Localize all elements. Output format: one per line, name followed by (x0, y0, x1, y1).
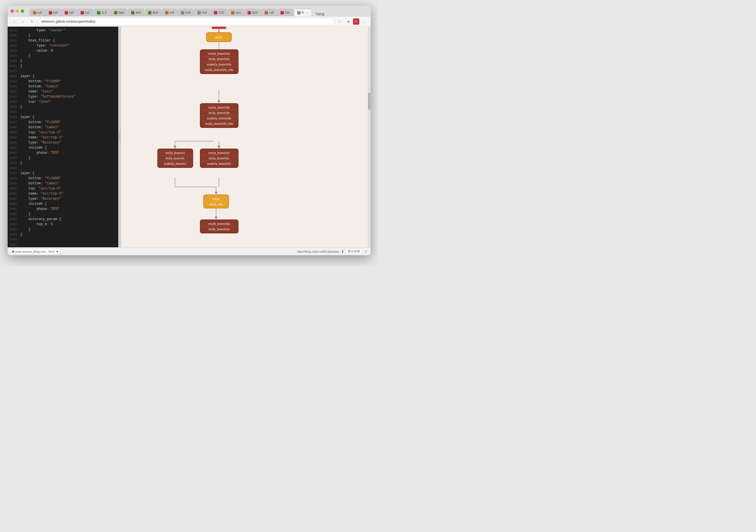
tab-cross[interactable]: 交叉 (94, 9, 110, 16)
code-line: 2649 bottom: "label" (8, 181, 118, 186)
node-bn2a-branch2a-label: bn2a_branch2a (201, 56, 238, 62)
node-res2a-branch2b-relu-label: res2a_branch2b_relu (201, 121, 238, 126)
tab-how[interactable]: 如何 (244, 9, 261, 16)
divider-handle (119, 133, 120, 141)
more-icon[interactable]: C (353, 18, 359, 25)
node-res2b-branch2a-label: res2b_branch2a (201, 221, 238, 226)
connections-svg (121, 27, 371, 247)
bottom-tab[interactable]: view-source_blog.csd....html ▼ (10, 249, 61, 254)
bottom-url: http://blog.csdn.net/Eclipseasy (297, 250, 339, 253)
bottom-close-button[interactable]: × (364, 249, 368, 254)
code-line: 2637 bottom: "fc1000" (8, 120, 118, 125)
tab-soft5[interactable]: Soft (194, 9, 210, 16)
scrollbar-thumb[interactable] (368, 93, 370, 110)
tab-icon (297, 11, 301, 14)
download-icon: ⬇ (341, 250, 344, 253)
node-res2a-branch2b-label: res2a_branch2b (201, 105, 238, 110)
tab-conv[interactable]: 卷积 (145, 9, 161, 16)
code-line: 2621 bias_filler { (8, 38, 118, 43)
refresh-button[interactable]: ↻ (29, 18, 36, 25)
code-line: 2655 } (8, 212, 118, 217)
tab-icon (281, 11, 284, 14)
tab-neural[interactable]: 神经 (128, 9, 144, 16)
panel-divider[interactable] (118, 27, 121, 247)
tab-csd[interactable]: CSD (211, 9, 228, 16)
user-profile[interactable]: Yang (315, 12, 324, 16)
tab-icon (231, 11, 234, 14)
node-group-res2a-branch1[interactable]: res2a_branch1 bn2a_branch1 scale2a_branc… (157, 148, 193, 168)
node-res2a-branch2a-relu-label: res2a_branch2a_relu (201, 67, 238, 72)
svg-marker-13 (215, 192, 218, 195)
code-line: 2651 name: "acc/top-5" (8, 191, 118, 196)
code-line: 2642 include { (8, 145, 118, 150)
scrollbar[interactable] (368, 27, 371, 247)
tabs-bar: soft soft caff cs2: 交叉 我的 (27, 6, 368, 16)
tab-icon (97, 11, 100, 14)
code-line: 2620 } (8, 33, 118, 38)
back-button[interactable]: ‹ (11, 18, 18, 25)
maximize-button[interactable] (21, 9, 24, 13)
code-line: 2633 top: "loss" (8, 99, 118, 104)
nav-icons: ☆ ◀ C ⋮ (336, 18, 368, 25)
display-button[interactable]: 显示全部 (345, 249, 363, 254)
minimize-button[interactable] (15, 9, 19, 13)
nav-bar: ‹ › ↻ ethereon.github.io/netscope/#/edit… (8, 16, 371, 27)
close-button[interactable] (11, 9, 14, 13)
node-res2a-label: res2a (204, 196, 228, 201)
tab-caff[interactable]: caff (62, 9, 77, 16)
bottom-dot (12, 251, 14, 253)
tab-caff2[interactable]: caff (261, 9, 277, 16)
svg-marker-8 (174, 146, 176, 148)
code-panel: 2619 type: "xavier" 2620 } 2621 bias_fil… (8, 27, 118, 247)
tab-soft2[interactable]: soft (46, 9, 61, 16)
node-group-res2b-branch2a[interactable]: res2b_branch2a bn2b_branch2a (200, 220, 238, 233)
code-line: 2632 type: "SoftmaxWithLoss" (8, 94, 118, 99)
tab-n-active[interactable]: N × (294, 9, 312, 16)
node-res2a-branch2c-label: res2a_branch2c (201, 150, 238, 156)
tab-icon (114, 11, 118, 14)
code-line: 2629 bottom: "fc1000" (8, 79, 118, 84)
code-line: 2634 } (8, 104, 118, 110)
tab-icon (33, 11, 36, 14)
menu-icon[interactable]: ⋮ (361, 18, 368, 25)
code-line: 2639 top: "acc/top-1" (8, 130, 118, 135)
code-line: 2643 phase: TEST (8, 150, 118, 155)
tab-soft3[interactable]: soft (162, 9, 177, 16)
extension-icon[interactable]: ◀ (344, 18, 352, 25)
tab-goo[interactable]: 'goo (228, 9, 244, 16)
graph-panel: pool1 res2a_branch2a bn2a_branch2a scale… (121, 27, 371, 247)
address-bar[interactable]: ethereon.github.io/netscope/#/editor (38, 18, 334, 25)
display-label: 显示全部 (348, 249, 360, 253)
content-area: 2619 type: "xavier" 2620 } 2621 bias_fil… (8, 27, 371, 247)
code-line: 2638 bottom: "label" (8, 125, 118, 130)
node-pool1[interactable]: pool1 (206, 32, 232, 42)
code-line: 2630 bottom: "label" (8, 84, 118, 89)
tab-cs2[interactable]: cs2: (77, 9, 93, 16)
tab-close-icon[interactable]: × (306, 11, 309, 14)
tab-net[interactable]: Net: (277, 9, 293, 16)
code-line: 2659 } (8, 232, 118, 237)
tab-my[interactable]: 我的 (111, 9, 127, 16)
display-button-group: ⬇ 显示全部 × (341, 249, 368, 254)
node-group-res2a-branch2b[interactable]: res2a_branch2b bn2a_branch2b scale2a_bra… (200, 103, 238, 128)
forward-button[interactable]: › (19, 18, 27, 25)
bookmark-icon[interactable]: ☆ (336, 18, 343, 25)
code-line: 2650 top: "acc/top-5" (8, 186, 118, 191)
node-group-res2a[interactable]: res2a res2a_relu (203, 195, 229, 208)
tab-icon (81, 11, 84, 14)
code-line: 2652 type: "Accuracy" (8, 196, 118, 201)
code-line: 2622 type: "constant" (8, 43, 118, 48)
node-group-res2a-branch2c[interactable]: res2a_branch2c bn2a_branch2c scale2a_bra… (200, 148, 238, 168)
tab-icon (248, 11, 251, 14)
bottom-bar: view-source_blog.csd....html ▼ http://bl… (8, 247, 371, 255)
tab-soft1[interactable]: soft (30, 9, 45, 16)
node-group-res2a-branch2a[interactable]: res2a_branch2a bn2a_branch2a scale2a_bra… (200, 49, 238, 74)
svg-marker-15 (215, 217, 218, 220)
node-pool1-label: pool1 (214, 35, 224, 40)
code-line: 2647 layer { (8, 171, 118, 176)
bottom-tab-arrow: ▼ (56, 250, 59, 253)
url-text: ethereon.github.io/netscope/#/editor (41, 19, 95, 23)
tab-icon (49, 11, 52, 14)
code-line: 2626 } (8, 64, 118, 68)
tab-soft4[interactable]: Soft (178, 9, 194, 16)
